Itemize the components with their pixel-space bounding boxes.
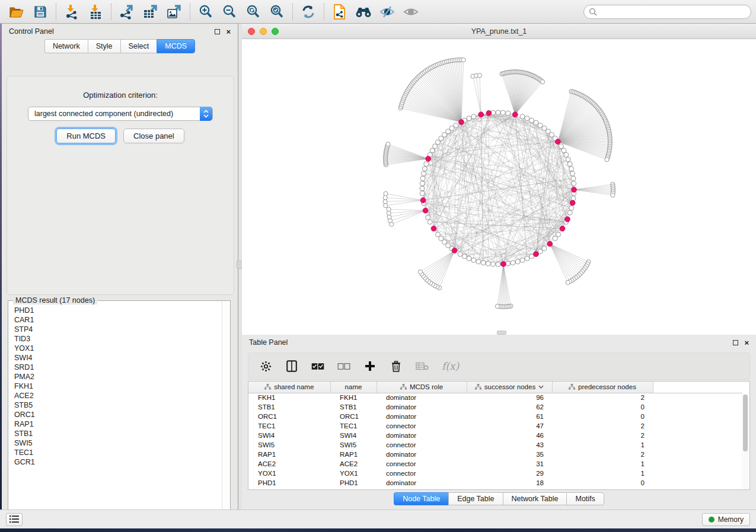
close-panel-button[interactable]: Close panel — [123, 129, 184, 143]
mcds-hub-node[interactable] — [479, 112, 484, 117]
search-network-button[interactable] — [352, 2, 375, 22]
select-all-checkboxes-icon[interactable] — [311, 360, 324, 373]
splitter-grip[interactable] — [497, 331, 506, 335]
tab-network-table[interactable]: Network Table — [503, 492, 567, 505]
network-node[interactable] — [467, 256, 471, 261]
save-session-button[interactable] — [28, 2, 52, 22]
satellite-node[interactable] — [477, 73, 481, 78]
network-node[interactable] — [525, 116, 529, 121]
network-node[interactable] — [506, 111, 511, 116]
network-node[interactable] — [435, 140, 440, 145]
delete-column-trash-icon[interactable] — [390, 360, 403, 373]
hide-selected-button[interactable] — [375, 2, 399, 22]
tab-select[interactable]: Select — [120, 39, 157, 53]
mcds-hub-node[interactable] — [452, 248, 457, 253]
network-node[interactable] — [420, 186, 425, 191]
mcds-result-item[interactable]: ORC1 — [14, 410, 222, 419]
close-panel-icon[interactable]: × — [226, 29, 231, 34]
criterion-dropdown[interactable]: largest connected component (undirected) — [28, 107, 213, 121]
network-node[interactable] — [424, 162, 429, 166]
network-node[interactable] — [454, 123, 458, 128]
import-table-button[interactable] — [84, 2, 107, 22]
network-node[interactable] — [556, 232, 561, 237]
mcds-result-item[interactable]: TID3 — [14, 334, 222, 344]
satellite-node[interactable] — [461, 58, 465, 62]
mcds-hub-node[interactable] — [423, 208, 428, 213]
mcds-hub-node[interactable] — [459, 120, 464, 125]
network-node[interactable] — [571, 176, 576, 181]
network-node[interactable] — [538, 123, 543, 128]
table-row[interactable]: STB1STB1dominator620 — [248, 402, 742, 412]
network-node[interactable] — [439, 236, 444, 241]
tab-network[interactable]: Network — [44, 39, 88, 53]
task-history-button[interactable] — [6, 513, 23, 526]
satellite-node[interactable] — [384, 191, 388, 196]
mcds-hub-node[interactable] — [555, 139, 560, 145]
table-row[interactable]: FKH1FKH1dominator962 — [248, 393, 742, 402]
mcds-hub-node[interactable] — [534, 251, 539, 257]
mcds-result-item[interactable]: RAP1 — [14, 419, 222, 429]
export-network-button[interactable] — [115, 2, 139, 22]
network-node[interactable] — [529, 118, 534, 123]
table-row[interactable]: SWI5SWI5connector431 — [248, 440, 742, 450]
network-node[interactable] — [570, 171, 575, 176]
zoom-fit-button[interactable] — [241, 2, 265, 22]
mcds-hub-node[interactable] — [426, 156, 431, 162]
satellite-node[interactable] — [566, 280, 570, 284]
mcds-list-scrollbar[interactable] — [222, 302, 229, 521]
mcds-result-item[interactable]: STP4 — [14, 325, 222, 334]
run-mcds-button[interactable]: Run MCDS — [56, 129, 116, 143]
mcds-hub-node[interactable] — [512, 112, 518, 117]
network-node[interactable] — [421, 171, 426, 176]
mcds-result-item[interactable]: SWI5 — [14, 438, 222, 448]
export-image-button[interactable] — [162, 2, 186, 22]
network-node[interactable] — [426, 215, 430, 220]
network-node[interactable] — [486, 261, 490, 266]
network-graph[interactable] — [242, 39, 756, 331]
mcds-result-item[interactable]: SRD1 — [14, 363, 222, 372]
network-node[interactable] — [567, 210, 572, 215]
satellite-node[interactable] — [540, 80, 544, 84]
network-node[interactable] — [496, 110, 500, 115]
tab-edge-table[interactable]: Edge Table — [448, 492, 502, 505]
float-panel-icon[interactable] — [215, 29, 220, 34]
network-node[interactable] — [506, 261, 511, 266]
column-header-name[interactable]: name — [330, 382, 377, 393]
mcds-result-item[interactable]: GCR1 — [14, 457, 222, 467]
zoom-out-button[interactable] — [218, 2, 241, 22]
mcds-result-item[interactable]: PMA2 — [14, 372, 222, 382]
tab-node-table[interactable]: Node Table — [394, 492, 448, 505]
network-from-file-button[interactable] — [328, 2, 352, 22]
network-node[interactable] — [562, 148, 566, 153]
satellite-node[interactable] — [611, 193, 615, 197]
network-search-box[interactable] — [583, 5, 751, 19]
table-options-gear-icon[interactable] — [259, 360, 272, 373]
mcds-result-item[interactable]: SWI4 — [14, 353, 222, 363]
network-node[interactable] — [435, 232, 440, 237]
mcds-result-list[interactable]: PHD1CAR1STP4TID3YOX1SWI4SRD1PMA2FKH1ACE2… — [9, 306, 222, 518]
network-node[interactable] — [564, 152, 569, 157]
network-node[interactable] — [430, 148, 435, 153]
mcds-hub-node[interactable] — [560, 226, 565, 231]
float-panel-icon[interactable] — [733, 340, 738, 345]
network-node[interactable] — [467, 116, 471, 121]
table-row[interactable]: RAP1RAP1dominator352 — [248, 450, 742, 459]
mcds-hub-node[interactable] — [565, 217, 570, 222]
mcds-result-item[interactable]: STB5 — [14, 400, 222, 410]
network-node[interactable] — [496, 262, 500, 267]
mcds-hub-node[interactable] — [570, 200, 575, 206]
network-node[interactable] — [515, 259, 520, 264]
satellite-node[interactable] — [383, 196, 387, 200]
network-node[interactable] — [559, 144, 563, 149]
tab-style[interactable]: Style — [88, 39, 120, 53]
table-row[interactable]: TEC1TEC1connector472 — [248, 421, 742, 431]
network-node[interactable] — [420, 191, 425, 196]
close-panel-icon[interactable]: × — [744, 340, 749, 345]
show-all-button[interactable] — [399, 2, 423, 22]
network-node[interactable] — [571, 196, 576, 201]
network-node[interactable] — [420, 181, 425, 186]
table-row[interactable]: YOX1YOX1connector291 — [248, 469, 742, 478]
mcds-result-item[interactable]: TEC1 — [14, 448, 222, 457]
mcds-result-item[interactable]: ACE2 — [14, 391, 222, 400]
network-node[interactable] — [542, 126, 547, 130]
